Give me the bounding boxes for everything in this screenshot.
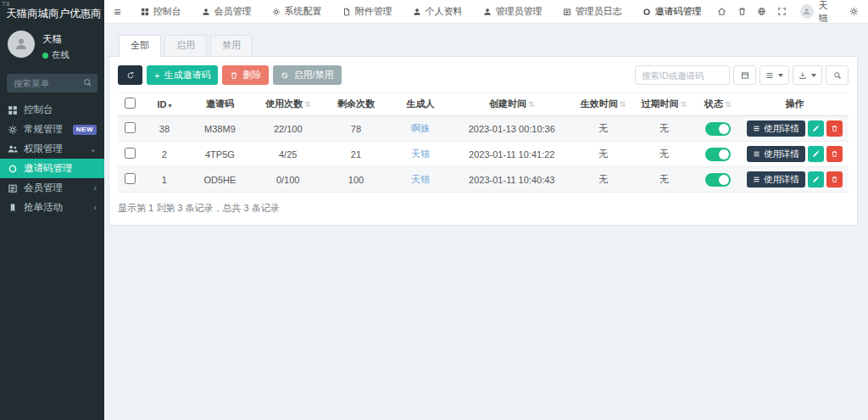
edit-button[interactable] <box>808 120 824 137</box>
circle-icon <box>8 164 18 174</box>
cell-effective: 无 <box>573 167 634 193</box>
button-label: 生成邀请码 <box>164 69 210 81</box>
topbar-tab-dashboard[interactable]: 控制台 <box>131 0 192 23</box>
topbar-tab-attachments[interactable]: 附件管理 <box>332 0 403 23</box>
home-button[interactable] <box>712 0 732 24</box>
trash-icon <box>831 176 838 183</box>
cell-code: M38M9 <box>186 116 253 142</box>
delete-row-button[interactable] <box>826 146 843 162</box>
dashboard-icon <box>8 105 18 115</box>
creator-link[interactable]: 啊姝 <box>411 123 430 133</box>
advanced-search-button[interactable] <box>826 65 849 85</box>
tab-disabled[interactable]: 禁用 <box>210 35 253 57</box>
chevron-left-icon: ‹ <box>94 183 97 193</box>
sort-icon: ⇅ <box>681 100 687 109</box>
file-icon <box>342 8 351 16</box>
export-icon <box>798 71 807 80</box>
topbar-tab-members[interactable]: 会员管理 <box>192 0 262 23</box>
trash-icon <box>737 7 747 16</box>
user-avatar[interactable] <box>8 31 35 58</box>
tab-enabled[interactable]: 启用 <box>164 35 207 57</box>
select-all-checkbox[interactable] <box>125 98 136 109</box>
col-remain[interactable]: 剩余次数 <box>322 93 390 116</box>
bookmark-icon <box>8 203 18 213</box>
dashboard-icon <box>141 8 149 16</box>
cell-remain: 100 <box>322 167 390 193</box>
edit-button[interactable] <box>808 171 824 188</box>
usage-detail-button[interactable]: 使用详情 <box>747 171 805 188</box>
col-created[interactable]: 创建时间⇅ <box>451 93 573 116</box>
col-used[interactable]: 使用次数⇅ <box>254 93 322 116</box>
table-header-row: ID▾ 邀请码 使用次数⇅ 剩余次数 生成人 创建时间⇅ 生效时间⇅ 过期时间⇅… <box>118 93 849 116</box>
topbar-user-menu[interactable]: 天猫 <box>793 0 844 25</box>
usage-detail-button[interactable]: 使用详情 <box>747 120 805 137</box>
col-creator[interactable]: 生成人 <box>390 93 451 116</box>
refresh-button[interactable] <box>118 65 142 85</box>
list-icon <box>753 176 760 183</box>
enable-disable-button[interactable]: 启用/禁用 <box>273 65 341 85</box>
sidebar-item-general[interactable]: 常规管理 NEW <box>0 120 104 139</box>
topbar-tab-profile[interactable]: 个人资料 <box>403 0 473 23</box>
search-icon <box>833 71 842 80</box>
col-status[interactable]: 状态⇅ <box>694 93 741 116</box>
sidebar-item-invite-code[interactable]: 邀请码管理 <box>0 159 104 178</box>
delete-row-button[interactable] <box>826 120 843 137</box>
row-checkbox[interactable] <box>125 173 136 184</box>
column-label: 创建时间 <box>489 98 526 109</box>
table-row: 38 M38M9 22/100 78 啊姝 2023-01-13 00:10:3… <box>118 116 849 142</box>
sidebar-item-auth[interactable]: 权限管理 ⌄ <box>0 139 104 159</box>
card-view-button[interactable] <box>733 65 756 85</box>
chevron-left-icon: ‹ <box>94 203 97 212</box>
topbar-tab-admins[interactable]: 管理员管理 <box>473 0 553 23</box>
column-label: 邀请码 <box>206 98 234 109</box>
status-toggle[interactable] <box>705 173 731 187</box>
sidebar-item-grab-activity[interactable]: 抢单活动 ‹ <box>0 198 104 217</box>
usage-detail-button[interactable]: 使用详情 <box>747 146 805 162</box>
col-expire[interactable]: 过期时间⇅ <box>633 93 694 116</box>
col-id[interactable]: ID▾ <box>143 93 186 116</box>
topbar-tab-system-config[interactable]: 系统配置 <box>262 0 332 23</box>
topbar-tab-admin-log[interactable]: 管理员日志 <box>553 0 632 23</box>
col-effective[interactable]: 生效时间⇅ <box>573 93 634 116</box>
sidebar: T8 天猫商城商户优惠商 天猫 在线 控制台 常规管理 NEW 权限管理 ⌄ 邀… <box>0 0 104 420</box>
creator-link[interactable]: 天猫 <box>411 148 430 159</box>
row-checkbox[interactable] <box>125 122 136 133</box>
export-button[interactable] <box>793 65 822 85</box>
row-checkbox[interactable] <box>125 148 136 159</box>
menu-toggle-icon[interactable]: ≡ <box>104 0 131 23</box>
sidebar-item-label: 会员管理 <box>24 182 63 194</box>
clear-cache-button[interactable] <box>732 0 752 24</box>
topbar-tab-invite-code[interactable]: 邀请码管理 <box>632 0 712 23</box>
ban-icon <box>281 71 289 80</box>
cell-id: 38 <box>143 116 186 142</box>
toolbar-right <box>635 65 849 85</box>
language-button[interactable] <box>752 0 772 24</box>
gear-icon <box>272 8 281 16</box>
status-toggle[interactable] <box>705 148 731 161</box>
table-search-input[interactable] <box>635 65 730 85</box>
tab-label: 附件管理 <box>355 5 392 18</box>
delete-row-button[interactable] <box>826 171 843 188</box>
columns-button[interactable] <box>760 65 789 85</box>
sidebar-item-dashboard[interactable]: 控制台 <box>0 100 104 120</box>
user-icon <box>483 8 492 16</box>
button-label: 启用/禁用 <box>293 69 333 81</box>
trash-icon <box>831 150 838 158</box>
user-icon <box>413 8 421 16</box>
cell-created: 2023-01-11 10:40:43 <box>451 167 573 193</box>
sidebar-item-members[interactable]: 会员管理 ‹ <box>0 178 104 198</box>
fullscreen-button[interactable] <box>772 0 793 24</box>
col-code[interactable]: 邀请码 <box>186 93 253 116</box>
cell-remain: 78 <box>322 116 390 142</box>
status-toggle[interactable] <box>705 122 731 136</box>
delete-button[interactable]: 删除 <box>222 65 269 85</box>
column-label: 剩余次数 <box>337 98 375 109</box>
trash-icon <box>831 125 838 132</box>
tab-all[interactable]: 全部 <box>119 35 161 57</box>
creator-link[interactable]: 天猫 <box>411 174 430 184</box>
expand-icon <box>777 7 787 16</box>
settings-button[interactable] <box>843 0 864 24</box>
edit-button[interactable] <box>808 146 824 162</box>
generate-code-button[interactable]: +生成邀请码 <box>147 65 218 85</box>
sidebar-user-panel: 天猫 在线 <box>0 25 104 68</box>
